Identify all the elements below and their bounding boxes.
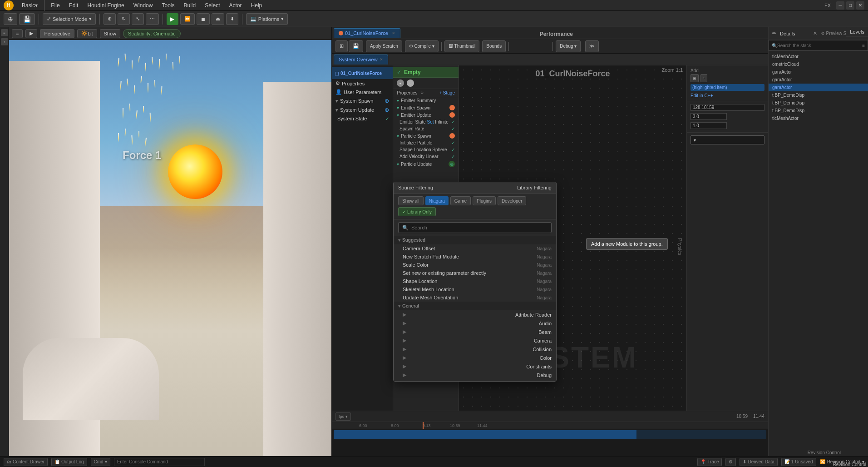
lit-btn[interactable]: 🔆 Lit (77, 29, 97, 38)
module-camera-offset[interactable]: Camera Offset Nagara (394, 244, 556, 253)
perspective-btn[interactable]: Perspective (40, 29, 74, 38)
spawn-rate-row[interactable]: Spawn Rate ✓ (393, 125, 459, 132)
content-drawer-btn[interactable]: 🗂 Content Drawer (4, 458, 48, 466)
filter-developer[interactable]: Developer (498, 196, 527, 205)
details-close-btn[interactable]: ✕ (813, 30, 817, 36)
niagara-main-tab[interactable]: 01_CurlNoiseForce ✕ (334, 28, 400, 38)
niagara-tab-close[interactable]: ✕ (392, 31, 395, 35)
filter-game[interactable]: Game (450, 196, 471, 205)
filter-library-only[interactable]: ✓ Library Only (398, 207, 436, 216)
module-camera[interactable]: ▶ Camera (394, 336, 556, 345)
add-velocity-row[interactable]: Add Velocity Linear ✓ (393, 153, 459, 160)
play-btn[interactable]: ▶ (167, 13, 178, 25)
details-item-8[interactable]: ticMeshActor (769, 114, 868, 122)
module-color[interactable]: ▶ Color (394, 353, 556, 362)
menu-select[interactable]: Select (200, 1, 224, 10)
details-search-input[interactable] (777, 43, 862, 48)
levels-label[interactable]: Levels (846, 27, 868, 37)
details-item-3[interactable]: garaActor (769, 76, 868, 84)
stage-btn[interactable]: + Stage (439, 90, 455, 95)
menu-help[interactable]: Help (247, 1, 267, 10)
init-particle-row[interactable]: Initialize Particle ✓ (393, 139, 459, 146)
details-item-0[interactable]: ticMeshActor (769, 53, 868, 60)
step-btn[interactable]: ⏩ (180, 13, 195, 25)
sidebar-icon-1[interactable]: ≡ (1, 29, 8, 36)
module-shape-location[interactable]: Shape Location Nagara (394, 277, 556, 285)
suggested-category[interactable]: ▾ Suggested (394, 236, 556, 244)
shape-location-row[interactable]: Shape Location Sphere ✓ (393, 146, 459, 153)
details-item-1[interactable]: ometricCloud (769, 60, 868, 68)
revision-control-status[interactable]: 🔀 Revision Control ▾ (820, 459, 864, 464)
compile-btn[interactable]: ⚙ Compile ▾ (405, 40, 439, 52)
module-audio[interactable]: ▶ Audio (394, 319, 556, 328)
sidebar-icon-2[interactable]: ↕ (1, 38, 8, 45)
spawn-add-icon[interactable]: ⊕ (385, 98, 389, 104)
details-item-2[interactable]: garaActor (769, 68, 868, 76)
details-item-7[interactable]: t BP_DemoDisp (769, 107, 868, 114)
system-item-user-params[interactable]: 👤 User Parameters (332, 88, 393, 96)
details-item-4[interactable]: garaActor (769, 84, 868, 91)
thumbnail-btn[interactable]: 🖼 Thumbnail (444, 40, 479, 52)
particle-spawn-row[interactable]: ▾ Particle Spawn (393, 132, 459, 139)
viewport-menu-btn[interactable]: ≡ (12, 29, 23, 38)
system-item-spawn[interactable]: ▾ System Spawn ⊕ (332, 96, 393, 105)
emitter-icon-2[interactable]: ○ (407, 79, 414, 87)
menu-houdini-engine[interactable]: Houdini Engine (83, 1, 128, 10)
value-input-3[interactable] (690, 122, 727, 129)
edit-cpp-btn[interactable]: Edit in C++ (687, 92, 768, 99)
viewport-canvas[interactable]: Force 1 tafe.cc (9, 40, 331, 456)
emitter-update-row[interactable]: ▾ Emitter Update (393, 111, 459, 119)
close-btn[interactable]: ✕ (856, 1, 864, 10)
transform-btn[interactable]: ⊕ (104, 13, 116, 25)
platforms-btn[interactable]: 💻 Platforms ▾ (246, 13, 288, 25)
filter-plugins[interactable]: Plugins (473, 196, 496, 205)
scalability-btn[interactable]: Scalability: Cinematic (123, 29, 181, 38)
menu-edit[interactable]: Edit (64, 1, 83, 10)
maximize-btn[interactable]: □ (846, 1, 854, 10)
details-item-6[interactable]: t BP_DemoDisp (769, 99, 868, 107)
apply-scratch-btn[interactable]: Apply Scratch (366, 40, 402, 52)
toolbar-save-btn[interactable]: 💾 (19, 13, 35, 25)
menu-build[interactable]: Build (179, 1, 200, 10)
filter-niagara[interactable]: Niagara (425, 196, 449, 205)
cmd-btn[interactable]: Cmd ▾ (91, 458, 110, 466)
niagara-expand-btn[interactable]: ≫ (585, 40, 599, 52)
console-input[interactable] (114, 458, 205, 466)
more-btn[interactable]: ⋯ (146, 13, 159, 25)
add-grid-btn[interactable]: ⊞ (690, 74, 699, 82)
emitter-summary-row[interactable]: ▾ Emitter Summary (393, 97, 459, 104)
unsaved-btn[interactable]: 📝 1 Unsaved (781, 458, 816, 466)
filter-show-all[interactable]: Show all (398, 196, 424, 205)
system-overview-tab[interactable]: System Overview ✕ (334, 55, 388, 65)
selection-mode-btn[interactable]: ⤢ Selection Mode ▾ (43, 13, 96, 25)
show-btn[interactable]: Show (100, 29, 121, 38)
details-item-5[interactable]: t BP_DemoDisp (769, 91, 868, 99)
eject-btn[interactable]: ⏏ (212, 13, 224, 25)
timeline-content[interactable]: 6.00 8.00 9.13 10.59 11.44 (332, 422, 768, 456)
scale-btn[interactable]: ⤡ (132, 13, 144, 25)
module-beam[interactable]: ▶ Beam (394, 328, 556, 336)
add-plus-btn[interactable]: + (700, 74, 707, 82)
value-input-2[interactable] (690, 113, 727, 120)
output-log-btn[interactable]: 📋 Output Log (51, 458, 87, 466)
menu-tools[interactable]: Tools (157, 1, 179, 10)
particle-update-row[interactable]: ▾ Particle Update ⊕ (393, 160, 459, 168)
module-attr-reader[interactable]: ▶ Attribute Reader (394, 310, 556, 319)
debug-dropdown-btn[interactable]: Debug ▾ (556, 40, 581, 52)
toolbar-icon-btn[interactable]: ⊕ (4, 13, 17, 25)
fps-btn[interactable]: fps ▾ (335, 412, 351, 421)
emitter-icon-1[interactable]: ● (397, 79, 404, 87)
general-category[interactable]: ▾ General (394, 302, 556, 310)
system-item-state[interactable]: System State ✓ (332, 114, 393, 123)
niagara-grid-view-btn[interactable]: ⊞ (335, 40, 348, 52)
down-btn[interactable]: ⬇ (226, 13, 238, 25)
module-scale-color[interactable]: Scale Color Nagara (394, 261, 556, 269)
trace-btn[interactable]: 📍 Trace (697, 458, 722, 466)
particle-update-add[interactable]: ⊕ (449, 161, 455, 167)
emitter-state-row[interactable]: Emitter State Set Infinite ✓ (393, 119, 459, 125)
module-debug[interactable]: ▶ Debug (394, 371, 556, 379)
module-scratch-pad[interactable]: New Scratch Pad Module Nagara (394, 253, 556, 261)
module-search-input[interactable] (411, 225, 547, 230)
derived-data-btn[interactable]: ⬇ Derived Data (740, 458, 777, 466)
update-add-icon[interactable]: ⊕ (385, 107, 389, 113)
